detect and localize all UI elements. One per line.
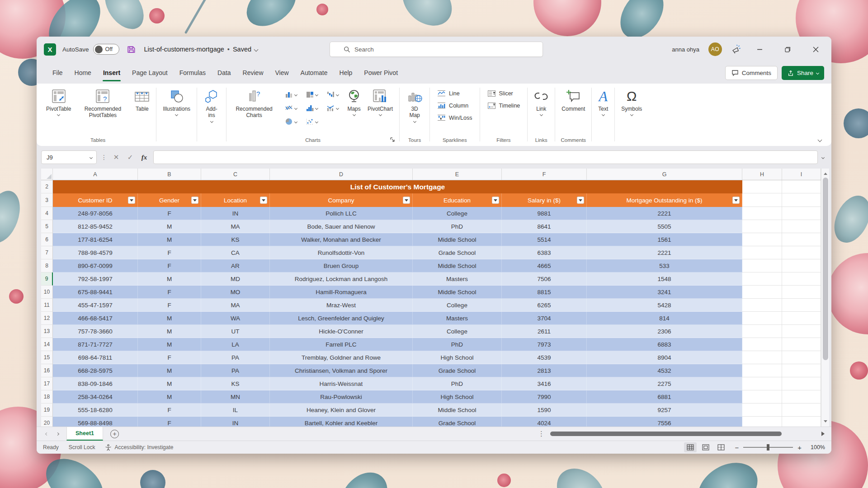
table-title[interactable]: List of Customer's Mortgage [53,180,742,193]
empty-cell[interactable] [782,364,821,377]
cell[interactable]: Rau-Powlowski [270,390,413,404]
menu-tab-data[interactable]: Data [212,62,237,84]
cell[interactable]: IN [201,417,270,427]
cell[interactable]: M [138,325,201,338]
empty-cell[interactable] [742,404,782,417]
row-header-4[interactable]: 4 [41,207,53,220]
column-header-i[interactable]: I [782,169,821,180]
row-header-5[interactable]: 5 [41,220,53,233]
menu-tab-file[interactable]: File [47,62,69,84]
vertical-scrollbar[interactable] [821,169,829,427]
cell[interactable]: PhD [413,220,502,233]
cell[interactable]: WA [201,312,270,325]
recommended-pivottables-button[interactable]: ? Recommended PivotTables [74,86,131,119]
comments-button[interactable]: Comments [725,66,778,80]
column-header-a[interactable]: A [53,169,138,180]
cell[interactable]: M [138,233,201,246]
row-header-10[interactable]: 10 [41,286,53,299]
cell[interactable]: College [413,207,502,220]
cell[interactable]: IN [201,207,270,220]
empty-cell[interactable] [782,207,821,220]
new-sheet-button[interactable]: + [110,430,119,438]
scroll-up-arrow[interactable] [824,171,827,175]
cell[interactable]: 248-97-8056 [53,207,138,220]
header-cell-salary-in[interactable]: Salary in ($) [502,193,587,207]
menu-tab-power-pivot[interactable]: Power Pivot [358,62,404,84]
empty-cell[interactable] [782,404,821,417]
empty-cell[interactable] [742,272,782,286]
cell[interactable]: 6265 [502,299,587,312]
cell[interactable]: 792-58-1997 [53,272,138,286]
close-button[interactable] [806,41,825,57]
empty-cell[interactable] [782,377,821,390]
cell[interactable]: Rodriguez, Lockman and Langosh [270,272,413,286]
row-header-13[interactable]: 13 [41,325,53,338]
menu-tab-view[interactable]: View [269,62,295,84]
cell[interactable]: F [138,299,201,312]
table-button[interactable]: Table [131,86,153,112]
empty-cell[interactable] [782,312,821,325]
cell[interactable]: 8904 [587,351,742,364]
cell[interactable]: 7506 [502,272,587,286]
cell[interactable]: M [138,338,201,351]
name-box[interactable]: J9 [41,150,97,164]
cell[interactable]: Grade School [413,417,502,427]
row-header-17[interactable]: 17 [41,377,53,390]
header-cell-location[interactable]: Location [201,193,270,207]
cell[interactable]: 9881 [502,207,587,220]
header-cell-company[interactable]: Company [270,193,413,207]
zoom-level[interactable]: 100% [804,444,825,450]
row-header-2[interactable]: 2 [41,180,53,193]
cell[interactable]: 258-34-0264 [53,390,138,404]
zoom-slider-thumb[interactable] [767,444,769,450]
waterfall-chart-button[interactable] [322,88,343,101]
cell[interactable]: 569-88-8498 [53,417,138,427]
coming-soon-megaphone-icon[interactable] [731,44,741,54]
user-avatar[interactable]: AO [708,42,722,56]
status-accessibility[interactable]: Accessibility: Investigate [105,444,173,451]
empty-cell[interactable] [782,351,821,364]
zoom-slider[interactable] [743,447,793,448]
scroll-right-arrow[interactable] [821,432,827,436]
cell[interactable]: 668-28-5975 [53,364,138,377]
cell[interactable]: MA [201,220,270,233]
cell[interactable]: Bartell, Kohler and Keebler [270,417,413,427]
cell[interactable]: Masters [413,272,502,286]
cell[interactable]: High School [413,390,502,404]
row-header-8[interactable]: 8 [41,259,53,272]
user-name[interactable]: anna ohya [672,46,699,53]
cell[interactable]: 1561 [587,233,742,246]
menu-tab-page-layout[interactable]: Page Layout [126,62,174,84]
cell[interactable]: M [138,377,201,390]
cell[interactable]: 2221 [587,246,742,259]
cell[interactable]: 9257 [587,404,742,417]
row-header-12[interactable]: 12 [41,312,53,325]
cell[interactable]: AR [201,259,270,272]
menu-tab-insert[interactable]: Insert [97,62,126,84]
collapse-ribbon-chevron[interactable] [818,138,822,142]
cell[interactable]: F [138,286,201,299]
cell[interactable]: 2813 [502,364,587,377]
empty-cell[interactable] [742,233,782,246]
minimize-button[interactable] [750,41,769,57]
sparkline-column-button[interactable]: Column [433,99,476,112]
cell[interactable]: 5428 [587,299,742,312]
row-header-15[interactable]: 15 [41,351,53,364]
empty-cell[interactable] [742,377,782,390]
cell[interactable]: Harris-Weissnat [270,377,413,390]
column-chart-button[interactable] [280,88,301,101]
zoom-out-button[interactable]: − [735,444,739,451]
cell[interactable]: Mraz-West [270,299,413,312]
pivottable-button[interactable]: PivotTable [43,86,74,116]
cell[interactable]: M [138,312,201,325]
autosave-toggle[interactable]: Off [93,44,119,55]
cell[interactable]: Middle School [413,404,502,417]
empty-cell[interactable] [742,390,782,404]
timeline-button[interactable]: Timeline [483,99,524,112]
cell[interactable]: KS [201,233,270,246]
column-header-g[interactable]: G [587,169,742,180]
cell[interactable]: 2221 [587,207,742,220]
empty-cell[interactable] [742,246,782,259]
sheet-tab-sheet1[interactable]: Sheet1 [66,427,103,441]
cell[interactable]: MN [201,390,270,404]
